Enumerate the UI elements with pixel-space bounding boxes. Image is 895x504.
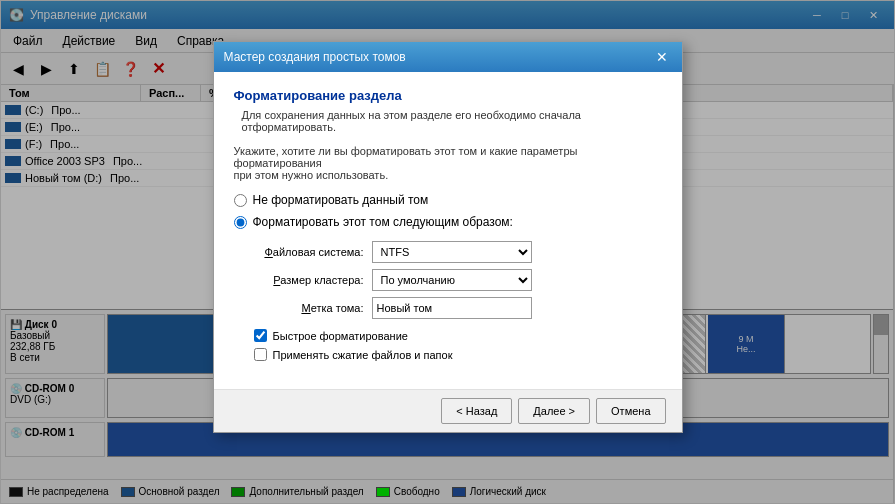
modal-description: Для сохранения данных на этом разделе ег… <box>234 109 662 133</box>
compress-input[interactable] <box>254 348 267 361</box>
modal-content: Форматирование раздела Для сохранения да… <box>214 72 682 389</box>
cluster-label: Размер кластера: <box>254 274 364 286</box>
cancel-button[interactable]: Отмена <box>596 398 665 424</box>
next-button[interactable]: Далее > <box>518 398 590 424</box>
radio-no-label: Не форматировать данный том <box>253 193 429 207</box>
quick-format-label: Быстрое форматирование <box>273 330 408 342</box>
modal-title-bar: Мастер создания простых томов ✕ <box>214 42 682 72</box>
radio-no-input[interactable] <box>234 194 247 207</box>
quick-format-checkbox[interactable]: Быстрое форматирование <box>254 329 662 342</box>
label-label: Метка тома: <box>254 302 364 314</box>
compress-checkbox[interactable]: Применять сжатие файлов и папок <box>254 348 662 361</box>
modal-overlay: Мастер создания простых томов ✕ Форматир… <box>1 1 894 503</box>
radio-group: Не форматировать данный том Форматироват… <box>234 193 662 229</box>
radio-yes-input[interactable] <box>234 216 247 229</box>
quick-format-input[interactable] <box>254 329 267 342</box>
cluster-row: Размер кластера: По умолчанию <box>254 269 662 291</box>
label-row: Метка тома: <box>254 297 662 319</box>
modal-close-button[interactable]: ✕ <box>652 48 672 66</box>
filesystem-row: Файловая система: NTFS <box>254 241 662 263</box>
modal-question: Укажите, хотите ли вы форматировать этот… <box>234 145 662 181</box>
checkbox-group: Быстрое форматирование Применять сжатие … <box>254 329 662 361</box>
compress-label: Применять сжатие файлов и папок <box>273 349 453 361</box>
format-form: Файловая система: NTFS Размер кластера: … <box>254 241 662 319</box>
radio-no-format[interactable]: Не форматировать данный том <box>234 193 662 207</box>
filesystem-select[interactable]: NTFS <box>372 241 532 263</box>
radio-yes-label: Форматировать этот том следующим образом… <box>253 215 513 229</box>
modal-title: Мастер создания простых томов <box>224 50 406 64</box>
modal-footer: < Назад Далее > Отмена <box>214 389 682 432</box>
filesystem-label: Файловая система: <box>254 246 364 258</box>
main-window: 💽 Управление дисками ─ □ ✕ Файл Действие… <box>0 0 895 504</box>
radio-yes-format[interactable]: Форматировать этот том следующим образом… <box>234 215 662 229</box>
cluster-select[interactable]: По умолчанию <box>372 269 532 291</box>
modal-section-title: Форматирование раздела <box>234 88 662 103</box>
modal-dialog: Мастер создания простых томов ✕ Форматир… <box>213 41 683 433</box>
label-input[interactable] <box>372 297 532 319</box>
back-button[interactable]: < Назад <box>441 398 512 424</box>
